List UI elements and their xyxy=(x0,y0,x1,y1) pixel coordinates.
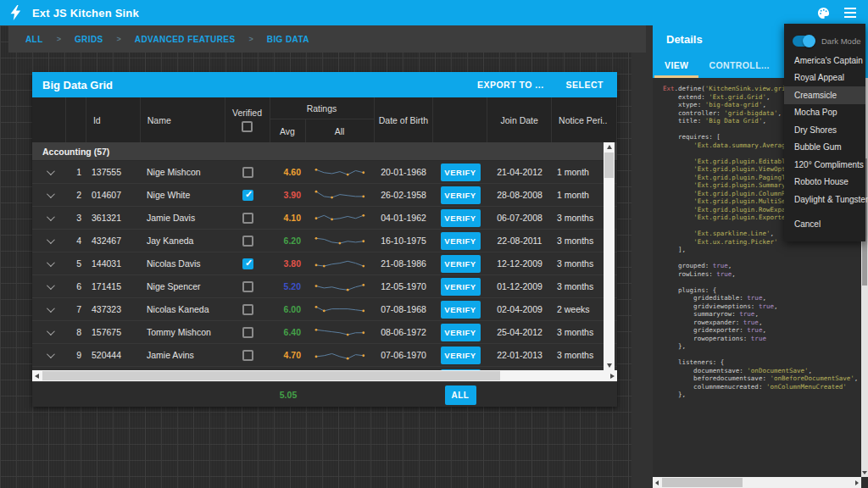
row-expander-icon[interactable] xyxy=(46,190,54,198)
verified-checkbox[interactable] xyxy=(242,236,253,247)
grid-vertical-scrollbar[interactable] xyxy=(604,142,615,370)
breadcrumb-item-big-data[interactable]: BIG DATA xyxy=(260,35,316,44)
dark-mode-toggle[interactable] xyxy=(793,36,815,47)
menu-item-120-compliments[interactable]: 120° Compliments xyxy=(784,156,865,174)
table-row[interactable]: 2014607Nige White3.9026-02-1958VERIFY28-… xyxy=(32,184,617,207)
table-row[interactable]: 3361321Jamie Davis4.1004-01-1962VERIFY06… xyxy=(32,207,617,230)
menu-item-roboto-house[interactable]: Roboto House xyxy=(784,174,865,191)
row-cell-number: 5 xyxy=(66,252,86,274)
verify-button[interactable]: VERIFY xyxy=(441,186,481,204)
verify-button[interactable]: VERIFY xyxy=(441,164,481,181)
row-cell-id: 144031 xyxy=(86,252,141,274)
breadcrumb-item-grids[interactable]: GRIDS xyxy=(68,35,110,44)
scroll-up-arrow-icon[interactable] xyxy=(604,142,615,152)
column-header-all[interactable]: All xyxy=(306,119,374,142)
menu-item-bubble-gum[interactable]: Bubble Gum xyxy=(784,139,865,157)
row-cell-number: 8 xyxy=(66,321,86,343)
column-header-ratings[interactable]: Ratings xyxy=(270,97,374,119)
verify-button[interactable]: VERIFY xyxy=(441,232,481,250)
row-cell-all-ratings xyxy=(306,298,374,320)
details-scroll-right-arrow-icon[interactable] xyxy=(853,477,861,488)
menu-item-cancel[interactable]: Cancel xyxy=(784,216,865,234)
column-header-verified[interactable]: Verified xyxy=(225,97,270,142)
row-cell-action: VERIFY xyxy=(433,252,487,274)
row-cell-name: Nicolas Davis xyxy=(141,252,225,274)
grid-horizontal-scrollbar[interactable] xyxy=(32,370,617,381)
column-header-id[interactable]: Id xyxy=(86,97,141,142)
column-header-avg[interactable]: Avg xyxy=(270,119,306,142)
scroll-right-arrow-icon[interactable] xyxy=(608,370,617,381)
row-expander-icon[interactable] xyxy=(46,213,54,221)
table-row[interactable]: 8157675Tommy Mishcon6.4008-06-1972VERIFY… xyxy=(32,321,617,344)
dark-mode-toggle-row[interactable]: Dark Mode xyxy=(784,30,865,52)
row-expander-icon[interactable] xyxy=(46,167,54,175)
hamburger-menu-icon[interactable] xyxy=(843,5,858,20)
table-row[interactable]: 5144031Nicolas Davis3.8021-08-1986VERIFY… xyxy=(32,252,617,275)
row-cell-action: VERIFY xyxy=(433,230,487,252)
column-header-expander[interactable] xyxy=(32,97,66,142)
column-header-rownumber[interactable] xyxy=(66,97,86,142)
code-line: summaryrow: true, xyxy=(663,310,861,319)
column-header-join-date[interactable]: Join Date xyxy=(487,97,552,142)
table-row[interactable]: 1137555Nige Mishcon4.6020-01-1968VERIFY2… xyxy=(32,161,617,184)
table-row[interactable]: 7437323Nicolas Kaneda6.0007-08-1968VERIF… xyxy=(32,298,617,321)
tab-view[interactable]: VIEW xyxy=(654,53,698,78)
row-cell-id: 157675 xyxy=(86,321,141,343)
scroll-down-arrow-icon[interactable] xyxy=(604,361,615,370)
row-expander-icon[interactable] xyxy=(46,236,54,244)
table-row[interactable]: 4432467Jay Kaneda6.2016-10-1975VERIFY22-… xyxy=(32,230,617,252)
verified-checkbox[interactable] xyxy=(242,304,253,315)
details-hscroll-thumb[interactable] xyxy=(662,478,743,487)
verified-checkbox[interactable] xyxy=(242,258,253,269)
verify-button[interactable]: VERIFY xyxy=(441,324,481,341)
verified-header-checkbox[interactable] xyxy=(242,121,253,132)
details-scroll-left-arrow-icon[interactable] xyxy=(653,477,661,488)
verify-button[interactable]: VERIFY xyxy=(441,255,481,273)
table-row[interactable]: 9520444Jamie Avins4.7007-06-1970VERIFY22… xyxy=(32,344,617,367)
menu-item-daylight-tungsten[interactable]: Daylight & Tungsten xyxy=(784,191,865,208)
details-horizontal-scrollbar[interactable] xyxy=(653,477,861,488)
theme-palette-icon[interactable] xyxy=(815,5,831,20)
verified-checkbox[interactable] xyxy=(242,327,253,338)
menu-item-america-s-captain[interactable]: America's Captain xyxy=(784,52,865,69)
tab-controll[interactable]: CONTROLL... xyxy=(698,53,779,78)
row-expander-icon[interactable] xyxy=(46,281,54,290)
row-expander-icon[interactable] xyxy=(46,258,54,267)
details-scroll-down-arrow-icon[interactable] xyxy=(861,469,868,477)
table-row[interactable]: 6171415Nige Spencer5.2012-05-1970VERIFY0… xyxy=(32,275,617,298)
grid-vscroll-thumb[interactable] xyxy=(604,152,614,178)
verified-checkbox[interactable] xyxy=(242,213,253,224)
verify-button[interactable]: VERIFY xyxy=(441,347,481,364)
select-button[interactable]: SELECT xyxy=(566,80,604,90)
grid-hscroll-thumb[interactable] xyxy=(42,371,500,380)
verified-checkbox[interactable] xyxy=(242,281,253,292)
row-cell-name: Jamie Davis xyxy=(141,207,225,229)
row-cell-all-ratings xyxy=(306,207,374,229)
verify-button[interactable]: VERIFY xyxy=(441,278,481,296)
column-header-date-of-birth[interactable]: Date of Birth xyxy=(375,97,434,142)
toggle-knob[interactable] xyxy=(803,35,815,47)
verify-all-button[interactable]: ALL xyxy=(445,385,476,405)
group-header-accounting[interactable]: Accounting (57) xyxy=(32,142,617,161)
verify-button[interactable]: VERIFY xyxy=(441,301,481,319)
menu-item-royal-appeal[interactable]: Royal Appeal xyxy=(784,69,865,87)
menu-item-dry-shores[interactable]: Dry Shores xyxy=(784,121,865,139)
row-expander-icon[interactable] xyxy=(46,327,54,336)
row-cell-number: 6 xyxy=(66,275,86,297)
row-expander-icon[interactable] xyxy=(46,350,54,358)
row-expander-icon[interactable] xyxy=(46,304,54,313)
menu-item-mocha-pop[interactable]: Mocha Pop xyxy=(784,104,865,122)
verified-checkbox[interactable] xyxy=(242,167,253,178)
column-header-action[interactable] xyxy=(433,97,487,142)
scroll-left-arrow-icon[interactable] xyxy=(32,370,42,381)
verify-button[interactable]: VERIFY xyxy=(441,209,481,227)
breadcrumb-item-all[interactable]: ALL xyxy=(19,35,50,44)
verified-checkbox[interactable] xyxy=(242,190,253,201)
export-to-button[interactable]: EXPORT TO ... xyxy=(477,80,544,90)
column-header-notice-period[interactable]: Notice Peri.. xyxy=(552,97,617,142)
menu-item-creamsicle[interactable]: Creamsicle xyxy=(784,86,865,104)
verified-checkbox[interactable] xyxy=(242,350,253,361)
column-header-name[interactable]: Name xyxy=(141,97,225,142)
row-cell-date-of-birth: 26-02-1958 xyxy=(374,184,433,206)
breadcrumb-item-advanced-features[interactable]: ADVANCED FEATURES xyxy=(128,35,242,44)
